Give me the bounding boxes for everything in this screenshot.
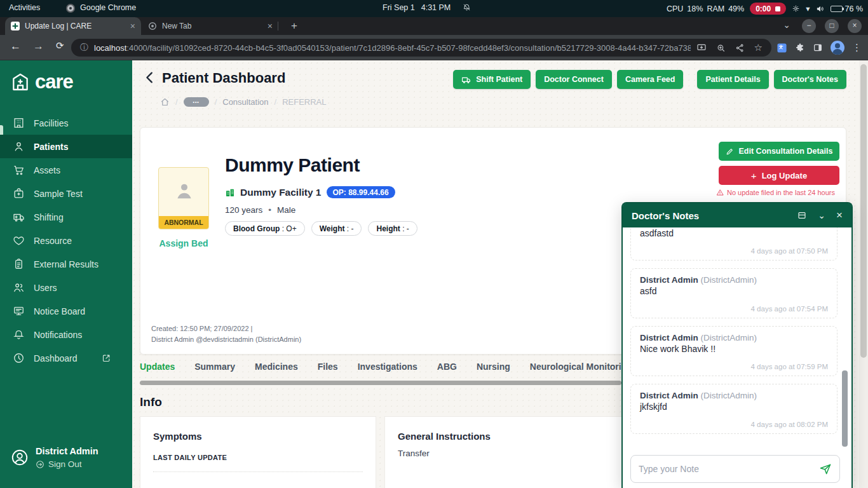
doctors-notes-button[interactable]: Doctor's Notes (774, 70, 846, 89)
log-update-button[interactable]: + Log Update (719, 166, 839, 185)
patient-name: Dummy Patient (225, 154, 360, 176)
divider (153, 471, 363, 472)
side-panel-icon[interactable] (813, 43, 823, 53)
tab-summary[interactable]: Summary (194, 362, 235, 372)
sidebar-item-patients[interactable]: Patients (0, 135, 132, 158)
install-app-icon[interactable] (696, 43, 707, 53)
tab-investigations[interactable]: Investigations (358, 362, 417, 372)
warning-icon (716, 189, 724, 196)
sidebar-item-resource[interactable]: Resource (0, 229, 132, 252)
translate-icon[interactable] (776, 43, 787, 53)
edit-consultation-button[interactable]: Edit Consultation Details (719, 142, 839, 161)
sample-test-icon (13, 187, 25, 200)
button-label: Edit Consultation Details (739, 147, 833, 156)
sidebar-item-label: Facilities (34, 118, 68, 128)
network-menu-icon: ▾ (806, 4, 810, 13)
extensions-puzzle-icon[interactable] (795, 43, 805, 53)
notifications-icon (13, 329, 25, 341)
assign-bed-link[interactable]: Assign Bed (148, 238, 219, 248)
page-scrollbar[interactable] (859, 60, 868, 488)
system-tray[interactable]: CPU 18% RAM 49% 0:00 ▾ (667, 0, 863, 17)
sidebar-item-external-results[interactable]: External Results (0, 252, 132, 276)
breadcrumb-divider: / (275, 97, 277, 107)
page-scrollbar-thumb[interactable] (860, 64, 867, 358)
site-info-icon[interactable]: ⓘ (80, 42, 88, 53)
sidebar-item-sample-test[interactable]: Sample Test (0, 182, 132, 205)
tab-close-icon[interactable]: × (268, 22, 273, 30)
reload-button[interactable]: ⟳ (56, 40, 64, 51)
button-label: Doctor Connect (544, 75, 604, 84)
sidebar-item-notice-board[interactable]: Notice Board (0, 299, 132, 323)
page-title: Patient Dashboard (162, 70, 285, 86)
forward-button[interactable]: → (33, 40, 44, 53)
tab-updates[interactable]: Updates (140, 362, 175, 372)
profile-avatar[interactable] (831, 41, 844, 55)
chrome-app-icon (66, 4, 75, 13)
tab-update-log-care[interactable]: Update Log | CARE × (5, 17, 141, 35)
url-host: localhost (94, 43, 126, 53)
blood-group-pill: Blood Group : O+ (225, 221, 305, 236)
page: care Facilities Patients (0, 60, 868, 488)
screen: Activities Google Chrome Fri Sep 1 4:31 … (0, 0, 868, 488)
shift-patient-button[interactable]: Shift Patient (453, 70, 531, 89)
patient-details-button[interactable]: Patient Details (697, 70, 768, 89)
toolbar-extensions-area: ⋮ (776, 35, 868, 60)
sign-out-button[interactable]: Sign Out (36, 459, 82, 469)
clock[interactable]: Fri Sep 1 4:31 PM (383, 3, 451, 12)
screen-recording-indicator[interactable]: 0:00 (750, 3, 786, 15)
doctor-connect-button[interactable]: Doctor Connect (536, 70, 612, 89)
status-light-icon (792, 4, 800, 13)
tab-new-tab[interactable]: New Tab × (142, 17, 278, 35)
breadcrumb-consultation[interactable]: Consultation (222, 97, 268, 107)
message-author: District Admin (640, 333, 698, 342)
camera-feed-button[interactable]: Camera Feed (617, 70, 684, 89)
message-author: District Admin (640, 275, 698, 285)
notes-panel-title: Doctor's Notes (632, 210, 699, 221)
separator-dot: • (268, 205, 271, 215)
sidebar-item-shifting[interactable]: Shifting (0, 205, 132, 229)
note-input[interactable] (639, 464, 814, 474)
window-maximize-button[interactable]: □ (825, 19, 839, 33)
breadcrumb-ellipsis[interactable]: ••• (184, 97, 209, 107)
address-bar[interactable]: ⓘ localhost:4000/facility/81092ced-8720-… (71, 39, 771, 57)
focused-app-name[interactable]: Google Chrome (80, 3, 136, 12)
patient-age: 120 years (225, 205, 262, 215)
tab-neurological-monitoring[interactable]: Neurological Monitoring (530, 362, 632, 372)
sidebar-item-notifications[interactable]: Notifications (0, 323, 132, 346)
bookmark-star-icon[interactable]: ☆ (754, 42, 763, 53)
send-note-icon[interactable] (819, 463, 832, 475)
battery-percent: 76 % (845, 4, 864, 13)
sidebar-item-assets[interactable]: Assets (0, 158, 132, 182)
window-close-button[interactable]: × (848, 19, 862, 33)
tab-abg[interactable]: ABG (437, 362, 457, 372)
zoom-icon[interactable] (716, 43, 726, 53)
close-panel-icon[interactable]: × (836, 211, 843, 220)
activities-button[interactable]: Activities (9, 3, 40, 12)
note-input-wrap (630, 455, 840, 483)
window-minimize-button[interactable]: − (802, 19, 816, 33)
home-icon[interactable] (160, 97, 170, 107)
share-icon[interactable] (735, 43, 745, 53)
menu-kebab-icon[interactable]: ⋮ (852, 42, 862, 53)
notes-scrollbar-thumb[interactable] (842, 370, 848, 447)
page-back-button[interactable] (143, 71, 157, 85)
tab-nursing[interactable]: Nursing (477, 362, 510, 372)
sidebar-item-users[interactable]: Users (0, 276, 132, 299)
popout-window-icon[interactable] (797, 210, 807, 220)
tab-files[interactable]: Files (318, 362, 338, 372)
dashboard-icon (13, 352, 25, 364)
sidebar-item-dashboard[interactable]: Dashboard (0, 346, 132, 370)
tabs-horizontal-scrollbar[interactable] (140, 381, 621, 385)
minimize-panel-icon[interactable]: ⌄ (818, 212, 825, 219)
sidebar-item-label: Patients (34, 142, 68, 152)
back-button[interactable]: ← (10, 40, 21, 53)
button-label: Shift Patient (476, 75, 522, 84)
care-favicon (11, 22, 20, 30)
tab-search-icon[interactable]: ⌄ (783, 20, 790, 30)
tab-close-icon[interactable]: × (130, 22, 135, 30)
sidebar-item-facilities[interactable]: Facilities (0, 111, 132, 135)
new-tab-button[interactable]: + (287, 19, 301, 33)
tab-medicines[interactable]: Medicines (255, 362, 298, 372)
url-path: :4000/facility/81092ced-8720-44cb-b4c5-3… (126, 43, 690, 53)
notifications-muted-icon[interactable] (463, 3, 471, 11)
